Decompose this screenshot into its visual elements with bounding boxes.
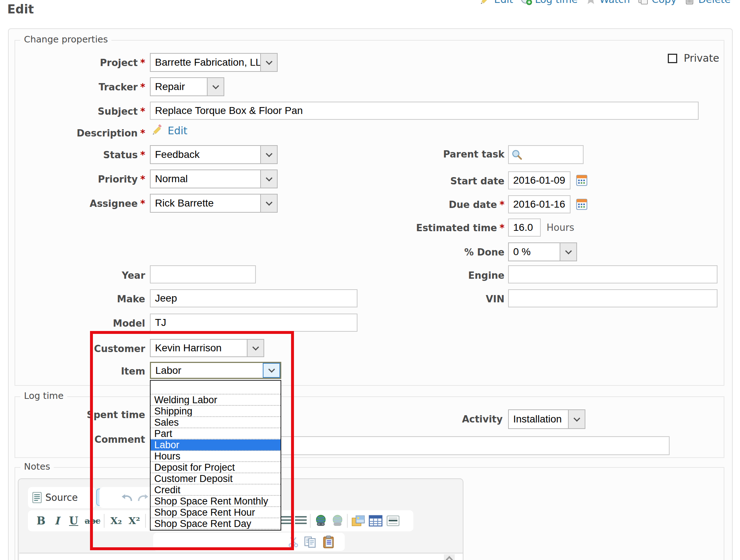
- dropdown-option[interactable]: Part: [151, 428, 281, 440]
- vin-input[interactable]: [508, 289, 717, 307]
- source-doc-icon: [32, 492, 42, 503]
- chevron-down-icon[interactable]: [260, 195, 277, 212]
- chevron-down-icon[interactable]: [207, 78, 224, 95]
- dropdown-option[interactable]: Welding Labor: [151, 395, 281, 406]
- copy-action[interactable]: Copy: [637, 0, 677, 5]
- start-date-input[interactable]: [508, 171, 571, 189]
- delete-action[interactable]: Delete: [684, 0, 731, 5]
- bold-icon[interactable]: B: [33, 510, 49, 531]
- dropdown-option-empty[interactable]: [151, 381, 281, 395]
- calendar-icon[interactable]: [576, 198, 588, 210]
- copy-icon: [637, 0, 649, 5]
- dropdown-option[interactable]: Shop Space Rent Day: [151, 518, 281, 530]
- chevron-down-icon[interactable]: [260, 146, 277, 163]
- unlink-icon[interactable]: [330, 510, 346, 531]
- project-select[interactable]: Barrette Fabrication, LLC: [150, 53, 278, 72]
- dropdown-option[interactable]: Hours: [151, 451, 281, 462]
- priority-label: Priority*: [98, 174, 145, 185]
- activity-label: Activity: [462, 414, 503, 425]
- done-ratio-select[interactable]: 0 %: [508, 242, 577, 261]
- activity-select[interactable]: Installation: [508, 409, 585, 429]
- assignee-label: Assignee*: [90, 198, 145, 209]
- customer-label: Customer: [94, 343, 145, 354]
- italic-icon[interactable]: I: [50, 510, 64, 531]
- estimated-time-label: Estimated time*: [416, 222, 504, 233]
- source-button[interactable]: Source: [32, 487, 78, 508]
- cut-icon[interactable]: [286, 533, 301, 551]
- superscript-icon[interactable]: X²: [125, 510, 144, 531]
- model-label: Model: [113, 318, 145, 329]
- chevron-down-icon[interactable]: [263, 363, 280, 378]
- notes-legend: Notes: [20, 461, 54, 472]
- tracker-label: Tracker*: [99, 82, 145, 93]
- table-icon[interactable]: [367, 510, 384, 531]
- redo-icon[interactable]: [136, 487, 150, 508]
- chevron-down-icon[interactable]: [560, 243, 576, 261]
- start-date-label: Start date: [450, 176, 504, 187]
- status-select[interactable]: Feedback: [150, 145, 278, 164]
- editor-scrollbar[interactable]: [444, 554, 455, 560]
- dropdown-option-selected[interactable]: Labor: [151, 440, 281, 451]
- priority-select[interactable]: Normal: [150, 169, 278, 188]
- subscript-icon[interactable]: X₂: [107, 510, 126, 531]
- log-time-legend: Log time: [20, 391, 67, 401]
- item-select[interactable]: Labor: [150, 362, 281, 379]
- parent-task-label: Parent task: [443, 149, 504, 160]
- dropdown-option[interactable]: Shop Space Rent Monthly: [151, 496, 281, 507]
- chevron-down-icon[interactable]: [260, 170, 277, 188]
- paste-icon[interactable]: [320, 533, 337, 551]
- chevron-down-icon[interactable]: [260, 54, 277, 71]
- year-input[interactable]: [150, 265, 256, 283]
- watch-action[interactable]: Watch: [585, 0, 630, 5]
- dropdown-option[interactable]: Shop Space Rent Hour: [151, 507, 281, 518]
- dropdown-option[interactable]: Shipping: [151, 406, 281, 417]
- copy-icon[interactable]: [302, 533, 319, 551]
- assignee-select[interactable]: Rick Barrette: [150, 194, 278, 213]
- vin-label: VIN: [486, 294, 504, 304]
- horizontal-rule-icon[interactable]: [385, 510, 401, 531]
- underline-icon[interactable]: U: [66, 510, 81, 531]
- comment-label: Comment: [94, 434, 145, 445]
- change-properties-legend: Change properties: [20, 34, 111, 45]
- link-icon[interactable]: [313, 510, 329, 531]
- strikethrough-icon[interactable]: abc: [83, 510, 102, 531]
- engine-input[interactable]: [508, 265, 717, 283]
- notes-content-area[interactable]: [19, 553, 463, 560]
- justify-icon[interactable]: [294, 510, 308, 531]
- description-edit-link[interactable]: Edit: [168, 125, 187, 137]
- estimated-time-input[interactable]: [508, 218, 541, 237]
- engine-label: Engine: [468, 270, 504, 281]
- log-time-action[interactable]: Log time: [520, 0, 578, 5]
- make-label: Make: [117, 294, 145, 304]
- dropdown-option[interactable]: Sales: [151, 417, 281, 428]
- pencil-icon: [152, 124, 163, 136]
- description-label: Description*: [77, 128, 145, 139]
- calendar-icon[interactable]: [576, 174, 588, 187]
- subject-label: Subject*: [98, 106, 145, 117]
- spent-time-label: Spent time: [87, 409, 145, 420]
- image-icon[interactable]: [350, 510, 367, 531]
- make-input[interactable]: [150, 289, 357, 307]
- undo-icon[interactable]: [120, 487, 134, 508]
- subject-input[interactable]: [150, 102, 699, 120]
- private-checkbox[interactable]: [668, 54, 677, 63]
- page-title: Edit: [7, 2, 34, 16]
- due-date-input[interactable]: [508, 195, 571, 213]
- dropdown-option[interactable]: Customer Deposit: [151, 473, 281, 485]
- chevron-down-icon[interactable]: [247, 340, 263, 356]
- private-label: Private: [684, 52, 719, 64]
- tracker-select[interactable]: Repair: [150, 77, 224, 96]
- done-ratio-label: % Done: [464, 247, 504, 258]
- trash-icon: [684, 0, 695, 5]
- dropdown-option[interactable]: Deposit for Project: [151, 462, 281, 473]
- chevron-down-icon[interactable]: [568, 410, 585, 428]
- model-input[interactable]: [150, 314, 357, 332]
- dropdown-option[interactable]: Credit: [151, 485, 281, 496]
- issue-edit-page: Edit Log time Watch Copy Delete Edit Cha…: [0, 0, 740, 560]
- scroll-up-icon[interactable]: [446, 556, 453, 560]
- project-label: Project*: [100, 57, 145, 68]
- item-dropdown-list: Welding Labor Shipping Sales Part Labor …: [150, 380, 281, 531]
- customer-select[interactable]: Kevin Harrison: [150, 339, 264, 357]
- edit-action[interactable]: Edit: [480, 0, 513, 5]
- align-right-icon[interactable]: [280, 510, 294, 531]
